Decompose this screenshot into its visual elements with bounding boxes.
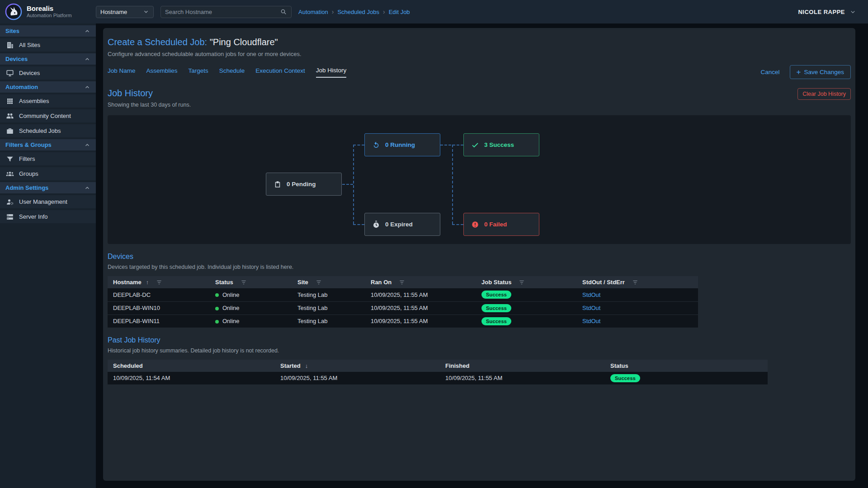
col-scheduled[interactable]: Scheduled	[108, 360, 275, 372]
breadcrumb-edit-job[interactable]: Edit Job	[389, 9, 410, 15]
filter-list-icon[interactable]	[316, 279, 322, 286]
user-gear-icon	[6, 198, 14, 206]
sidebar-item-all-sites[interactable]: All Sites	[0, 38, 96, 52]
col-status[interactable]: Status	[210, 276, 292, 288]
past-job-history-table: Scheduled Started ↓ Finished Status 10/0…	[108, 360, 768, 385]
breadcrumb-automation[interactable]: Automation	[298, 9, 328, 15]
sidebar-item-scheduled-jobs[interactable]: Scheduled Jobs	[0, 124, 96, 137]
filter-list-icon[interactable]	[632, 279, 638, 286]
tab-job-name[interactable]: Job Name	[108, 67, 136, 77]
devices-table: Hostname ↑ Status Site Ran On	[108, 276, 698, 328]
save-changes-button[interactable]: + Save Changes	[790, 65, 851, 79]
stdout-link[interactable]: StdOut	[582, 291, 600, 298]
filter-list-icon[interactable]	[241, 279, 247, 286]
breadcrumb-scheduled-jobs[interactable]: Scheduled Jobs	[337, 9, 379, 15]
check-icon	[471, 141, 479, 149]
col-ran-on[interactable]: Ran On	[365, 276, 476, 288]
sidebar-item-community-content[interactable]: Community Content	[0, 109, 96, 122]
online-dot-icon	[215, 320, 219, 324]
filter-list-icon[interactable]	[156, 279, 162, 286]
filter-list-icon[interactable]	[399, 279, 405, 286]
cell-site: Testing Lab	[292, 288, 365, 301]
device-row[interactable]: DEEPLAB-DC Online Testing Lab 10/09/2025…	[108, 288, 698, 301]
status-badge: Success	[481, 304, 511, 312]
borealis-logo-icon	[5, 3, 23, 21]
sort-desc-icon[interactable]: ↓	[305, 362, 308, 369]
connector-line	[342, 184, 353, 185]
chevron-up-icon	[84, 185, 90, 191]
sidebar-section-devices[interactable]: Devices	[0, 53, 96, 65]
status-badge: Success	[481, 291, 511, 299]
sidebar-section-automation[interactable]: Automation	[0, 81, 96, 93]
sidebar-item-user-management[interactable]: User Management	[0, 195, 96, 208]
sidebar-item-server-info[interactable]: Server Info	[0, 210, 96, 223]
stdout-link[interactable]: StdOut	[582, 318, 600, 324]
past-job-row[interactable]: 10/09/2025, 11:54 AM 10/09/2025, 11:55 A…	[108, 372, 768, 385]
tab-targets[interactable]: Targets	[189, 67, 208, 77]
online-dot-icon	[215, 307, 219, 310]
sidebar-item-devices[interactable]: Devices	[0, 66, 96, 80]
cell-hostname: DEEPLAB-DC	[108, 288, 210, 301]
hostname-select[interactable]: Hostname	[96, 6, 154, 18]
node-expired[interactable]: 0 Expired	[364, 213, 440, 236]
col-finished[interactable]: Finished	[440, 360, 605, 372]
devices-subtitle: Devices targeted by this scheduled job. …	[108, 264, 851, 270]
past-job-history-subtitle: Historical job history summaries. Detail…	[108, 347, 851, 354]
cell-stdout: StdOut	[577, 301, 698, 314]
col-job-status[interactable]: Job Status	[476, 276, 577, 288]
cancel-button[interactable]: Cancel	[760, 69, 779, 75]
devices-header-row: Hostname ↑ Status Site Ran On	[108, 276, 698, 288]
clipboard-icon	[274, 180, 282, 188]
node-success[interactable]: 3 Success	[463, 133, 539, 156]
sidebar-item-assemblies[interactable]: Assemblies	[0, 94, 96, 108]
col-site[interactable]: Site	[292, 276, 365, 288]
search-icon	[280, 8, 287, 15]
chevron-up-icon	[84, 56, 90, 62]
col-started[interactable]: Started ↓	[275, 360, 440, 372]
cell-status: Online	[210, 314, 292, 328]
tab-assemblies[interactable]: Assemblies	[146, 67, 178, 77]
device-row[interactable]: DEEPLAB-WIN11 Online Testing Lab 10/09/2…	[108, 314, 698, 328]
sidebar-section-admin-settings[interactable]: Admin Settings	[0, 182, 96, 193]
chevron-up-icon	[84, 142, 90, 148]
tab-job-history[interactable]: Job History	[316, 67, 347, 78]
col-hostname[interactable]: Hostname ↑	[108, 276, 210, 288]
filter-list-icon[interactable]	[519, 279, 525, 286]
sort-asc-icon[interactable]: ↑	[146, 279, 149, 286]
briefcase-icon	[6, 127, 14, 135]
sidebar-section-filters-groups[interactable]: Filters & Groups	[0, 139, 96, 150]
funnel-icon	[6, 155, 14, 163]
clear-job-history-button[interactable]: Clear Job History	[797, 88, 851, 100]
building-icon	[6, 41, 14, 49]
search-input[interactable]	[165, 9, 280, 15]
sidebar-section-sites[interactable]: Sites	[0, 25, 96, 37]
sidebar-item-groups[interactable]: Groups	[0, 167, 96, 180]
stdout-link[interactable]: StdOut	[582, 305, 600, 311]
status-badge: Success	[481, 317, 511, 325]
server-icon	[6, 213, 14, 221]
devices-heading: Devices	[108, 253, 851, 261]
chevron-up-icon	[84, 28, 90, 34]
cell-hostname: DEEPLAB-WIN10	[108, 301, 210, 314]
col-stdout-stderr[interactable]: StdOut / StdErr	[577, 276, 698, 288]
error-icon	[471, 221, 479, 229]
status-badge: Success	[610, 374, 640, 382]
connector-line	[452, 224, 463, 225]
user-menu[interactable]: NICOLE RAPPE	[798, 9, 868, 15]
plus-icon: +	[797, 68, 801, 76]
tab-schedule[interactable]: Schedule	[219, 67, 245, 77]
edit-job-card: Create a Scheduled Job: "Ping Cloudflare…	[103, 28, 855, 481]
chevron-down-icon	[849, 9, 856, 15]
timer-icon	[372, 221, 380, 229]
tab-execution-context[interactable]: Execution Context	[255, 67, 305, 77]
apps-grid-icon	[6, 97, 14, 105]
cell-hostname: DEEPLAB-WIN11	[108, 314, 210, 328]
node-running[interactable]: 0 Running	[364, 133, 440, 156]
node-pending[interactable]: 0 Pending	[266, 173, 342, 196]
node-failed[interactable]: 0 Failed	[463, 213, 539, 236]
cell-status: Online	[210, 301, 292, 314]
col-status[interactable]: Status	[605, 360, 768, 372]
sidebar-item-filters[interactable]: Filters	[0, 152, 96, 165]
device-row[interactable]: DEEPLAB-WIN10 Online Testing Lab 10/09/2…	[108, 301, 698, 314]
brand-name: Borealis	[27, 5, 72, 13]
